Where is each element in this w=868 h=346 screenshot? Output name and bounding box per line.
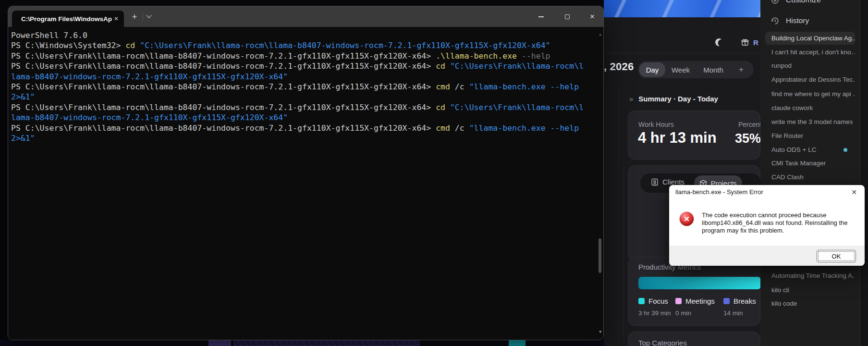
legend-swatch xyxy=(638,298,645,304)
close-button[interactable]: ✕ xyxy=(581,6,603,27)
gift-icon[interactable] xyxy=(741,38,749,46)
sidebar-history-label: History xyxy=(786,16,809,25)
history-item[interactable]: Automating Time Tracking A… xyxy=(765,269,855,282)
terminal-line: PS C:\Users\Frank\llama-rocm\llama-b8407… xyxy=(11,102,593,112)
sidebar-item-customize[interactable]: Customize xyxy=(771,0,821,4)
terminal-line: PS C:\Users\Frank\llama-rocm\llama-b8407… xyxy=(11,61,593,71)
range-tab-day[interactable]: Day xyxy=(639,62,665,77)
scrollbar-down-icon[interactable]: ▼ xyxy=(599,327,601,337)
ok-button[interactable]: OK xyxy=(817,250,856,262)
unread-dot-icon xyxy=(844,148,847,152)
chart-gridline xyxy=(623,166,624,339)
terminal-line: 2>&1" xyxy=(11,92,593,102)
legend-value: 3 hr 39 min xyxy=(638,309,671,317)
range-tab-week[interactable]: Week xyxy=(665,62,696,77)
history-item[interactable]: find me where to get my api … xyxy=(765,87,855,100)
terminal-line: PS C:\Users\Frank\llama-rocm\llama-b8407… xyxy=(11,123,593,133)
work-hours-card: Work Hours 4 hr 13 min Percent 35% xyxy=(628,111,760,160)
timeline-strip xyxy=(0,339,604,346)
legend-value: 0 min xyxy=(675,309,715,317)
terminal-line: PowerShell 7.6.0 xyxy=(11,30,593,40)
history-item[interactable]: kilo code xyxy=(765,297,855,310)
date-label: , 2026 xyxy=(604,61,634,73)
scrollbar-up-icon[interactable]: ▲ xyxy=(599,29,601,39)
maximize-button[interactable] xyxy=(556,6,578,27)
legend-label: Focus xyxy=(648,297,668,305)
refer-link[interactable]: R xyxy=(753,38,758,47)
range-segmented-control: Day Week Month + xyxy=(638,61,754,78)
history-item[interactable]: runpod xyxy=(765,59,855,72)
terminal-window: C:\ C:\Program Files\WindowsAp ✕ + ✕ Pow… xyxy=(8,6,604,340)
legend-swatch xyxy=(675,298,682,304)
terminal-line: lama-b8407-windows-rocm-7.2.1-gfx110X-gf… xyxy=(11,112,593,123)
work-hours-value: 4 hr 13 min xyxy=(638,129,717,147)
timeline-segment xyxy=(208,340,231,346)
history-item[interactable]: Approbateur de Dessins Tec… xyxy=(765,73,855,86)
chart-gridline xyxy=(606,86,607,339)
top-categories-card: Top Categories xyxy=(628,332,760,346)
scrollbar-thumb[interactable] xyxy=(599,238,601,273)
legend-label: Meetings xyxy=(685,297,715,305)
terminal-line: 2>&1" xyxy=(11,133,593,143)
history-sidebar: Customize History Building Local Opencla… xyxy=(760,0,860,346)
new-tab-button[interactable]: + xyxy=(128,11,141,23)
legend-item: Meetings0 min xyxy=(675,297,715,317)
error-x-glyph: ✕ xyxy=(684,215,690,223)
dark-mode-moon-icon[interactable] xyxy=(714,37,724,47)
legend-item: Breaks14 min xyxy=(723,297,756,317)
history-item[interactable]: CAD Clash xyxy=(765,171,855,184)
tab-dropdown-chevron-icon[interactable] xyxy=(147,13,151,18)
desktop: R , 2026 Day Week Month + »Summary · Day… xyxy=(0,0,868,346)
timeline-segment xyxy=(509,340,526,346)
dialog-close-icon[interactable]: ✕ xyxy=(848,187,860,198)
legend-item: Focus3 hr 39 min xyxy=(638,297,671,317)
range-tab-month[interactable]: Month xyxy=(696,62,731,77)
chart-gridline xyxy=(619,86,619,339)
terminal-line: PS C:\Windows\System32> cd "C:\Users\Fra… xyxy=(11,40,593,50)
time-tracker-window: R , 2026 Day Week Month + »Summary · Day… xyxy=(604,0,760,346)
desktop-wallpaper xyxy=(604,0,760,17)
legend-value: 14 min xyxy=(723,309,756,317)
minimize-button[interactable] xyxy=(530,6,552,27)
terminal-titlebar[interactable]: C:\ C:\Program Files\WindowsAp ✕ + ✕ xyxy=(8,6,603,27)
terminal-line: PS C:\Users\Frank\llama-rocm\llama-b8407… xyxy=(11,51,593,61)
range-tab-add[interactable]: + xyxy=(731,62,752,77)
chat-main-panel-edge xyxy=(860,0,868,346)
tab-close-icon[interactable]: ✕ xyxy=(112,14,121,23)
terminal-tab[interactable]: C:\ C:\Program Files\WindowsAp ✕ xyxy=(12,11,124,27)
dialog-title: llama-bench.exe - System Error xyxy=(675,185,763,198)
divider xyxy=(143,13,143,21)
summary-heading: »Summary · Day - Today xyxy=(629,95,718,103)
sidebar-item-history[interactable]: History xyxy=(771,16,809,25)
customize-badge-icon xyxy=(771,0,779,4)
history-item[interactable]: kilo cli xyxy=(765,284,855,297)
terminal-line: PS C:\Users\Frank\llama-rocm\llama-b8407… xyxy=(11,82,593,92)
timeline-segment xyxy=(233,340,420,346)
history-item[interactable]: CMI Task Manager xyxy=(765,157,855,170)
percent-label: Percent xyxy=(738,121,761,128)
terminal-content[interactable]: PowerShell 7.6.0PS C:\Windows\System32> … xyxy=(8,27,603,340)
sidebar-customize-label: Customize xyxy=(786,0,821,4)
history-item[interactable]: Building Local Openclaw Ag… xyxy=(765,32,855,45)
history-item[interactable]: File Router xyxy=(765,129,855,142)
legend-swatch xyxy=(723,298,730,304)
terminal-line: lama-b8407-windows-rocm-7.2.1-gfx110X-gf… xyxy=(11,72,593,82)
history-item[interactable]: write me the 3 model names xyxy=(765,115,855,128)
productivity-card: Productivity Metrics Focus3 hr 39 minMee… xyxy=(628,257,760,326)
dialog-message-line: The code execution cannot proceed becaus… xyxy=(702,211,858,219)
productivity-bar xyxy=(638,277,761,289)
history-item[interactable]: claude cowork xyxy=(765,101,855,114)
work-hours-label: Work Hours xyxy=(638,121,674,128)
system-error-dialog: llama-bench.exe - System Error ✕ ✕ The c… xyxy=(669,185,865,266)
terminal-tab-title: C:\Program Files\WindowsAp xyxy=(21,15,112,23)
summary-heading-text: Summary · Day - Today xyxy=(638,95,718,103)
percent-value: 35% xyxy=(735,131,761,146)
dialog-message-line: program may fix this problem. xyxy=(702,227,858,235)
history-clock-icon xyxy=(771,17,779,25)
history-item[interactable]: Auto ODS + LC xyxy=(765,143,855,156)
top-categories-title: Top Categories xyxy=(638,339,687,346)
clients-badge-icon xyxy=(651,178,659,186)
double-chevron-icon[interactable]: » xyxy=(629,95,633,103)
legend-label: Breaks xyxy=(734,297,756,305)
history-item[interactable]: I can't hit accept, i don't kno… xyxy=(765,46,855,59)
